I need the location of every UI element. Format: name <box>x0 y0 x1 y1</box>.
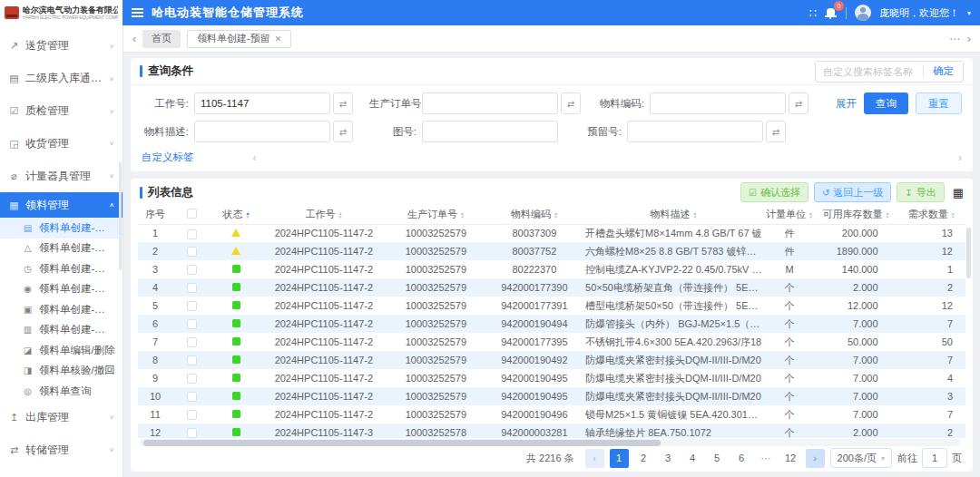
pagination-next-button[interactable]: › <box>806 449 825 468</box>
sidebar-item-outbound[interactable]: ↥出库管理∨ <box>0 402 122 434</box>
row-checkbox[interactable] <box>187 410 197 420</box>
pagination-page-6[interactable]: 6 <box>732 449 751 468</box>
sort-icon[interactable]: ▲▼ <box>808 211 813 219</box>
search-button[interactable]: 查询 <box>864 92 908 114</box>
column-header-status[interactable]: 状态▲▼ <box>211 206 261 224</box>
tabs-scroll-right-icon[interactable]: › <box>967 33 971 45</box>
sort-icon[interactable]: ▲▼ <box>245 211 250 219</box>
user-greeting[interactable]: 庞晓明，欢迎您！ <box>879 6 959 20</box>
table-row[interactable]: 52024HPC1105-1147-2100032525799420001773… <box>138 297 965 315</box>
material-desc-input[interactable] <box>194 121 330 142</box>
select-from-list-icon[interactable]: ⇄ <box>333 92 353 114</box>
sidebar-item-measuring-tools[interactable]: ⌀计量器具管理∨ <box>0 160 122 192</box>
row-checkbox[interactable] <box>187 265 197 275</box>
reserve-no-input[interactable] <box>627 121 763 142</box>
row-checkbox[interactable] <box>187 428 197 438</box>
table-row[interactable]: 32024HPC1105-1147-21000325257980222370控制… <box>138 260 965 278</box>
row-checkbox[interactable] <box>187 319 197 329</box>
row-checkbox[interactable] <box>187 392 197 402</box>
table-row[interactable]: 112024HPC1105-1147-210003252579942000190… <box>138 405 965 423</box>
sidebar-subitem-create-outsourced[interactable]: ▣领料单创建-委外组件 <box>0 299 122 320</box>
tabs-more-icon[interactable]: ⋯ <box>949 33 961 45</box>
sidebar-item-secondary-inbound-notice[interactable]: ▤二级库入库通知单∨ <box>0 62 122 94</box>
goto-page-input[interactable] <box>922 448 947 468</box>
table-row[interactable]: 92024HPC1105-1147-2100032525799420001904… <box>138 369 965 387</box>
row-checkbox[interactable] <box>187 337 197 347</box>
column-header-material_desc[interactable]: 物料描述▲▼ <box>583 206 765 224</box>
sidebar-subitem-edit-delete[interactable]: ◪领料单编辑/删除 <box>0 340 122 361</box>
column-header-work_no[interactable]: 工作号▲▼ <box>262 206 387 224</box>
sidebar-item-quality-check[interactable]: ☑质检管理∨ <box>0 94 122 127</box>
select-from-list-icon[interactable]: ⇄ <box>333 121 353 142</box>
reset-button[interactable]: 重置 <box>916 92 962 114</box>
table-row[interactable]: 62024HPC1105-1147-2100032525799420001904… <box>138 315 965 333</box>
column-header-order_no[interactable]: 生产订单号▲▼ <box>386 206 485 224</box>
row-checkbox[interactable] <box>187 283 197 293</box>
user-avatar[interactable] <box>855 5 871 21</box>
pagination-page-1[interactable]: 1 <box>610 449 629 468</box>
table-row[interactable]: 22024HPC1105-1147-21000325257980037752六角… <box>138 242 965 260</box>
pagination-page-3[interactable]: 3 <box>659 449 678 468</box>
sidebar-subitem-create-secondary-store[interactable]: ▥领料单创建-二级库 <box>0 320 122 341</box>
confirm-select-button[interactable]: ☑确认选择 <box>740 182 808 202</box>
row-checkbox[interactable] <box>187 374 197 384</box>
sidebar-item-stocktake[interactable]: ◔盘点管理∨ <box>0 467 122 477</box>
page-size-select[interactable]: 200条/页 ▾ <box>830 448 892 468</box>
pagination-page-4[interactable]: 4 <box>683 449 702 468</box>
sidebar-subitem-create-cost-center[interactable]: ◉领料单创建-成本中心 <box>0 279 122 300</box>
sidebar-subitem-verify-withdraw[interactable]: ◨领料单核验/撤回 <box>0 361 122 382</box>
pagination-page-2[interactable]: 2 <box>634 449 653 468</box>
table-row[interactable]: 102024HPC1105-1147-210003252579942000190… <box>138 387 965 405</box>
user-menu-caret-icon[interactable]: ▾ <box>967 9 971 17</box>
table-row[interactable]: 42024HPC1105-1147-2100032525799420001773… <box>138 278 965 297</box>
row-checkbox[interactable] <box>187 247 197 257</box>
column-header-demand_qty[interactable]: 需求数量▲▼ <box>898 206 965 224</box>
custom-tag-link[interactable]: 自定义标签 <box>142 151 194 164</box>
tab-home[interactable]: 首页 <box>142 30 181 48</box>
table-row[interactable]: 82024HPC1105-1147-2100032525799420001904… <box>138 351 965 369</box>
select-from-list-icon[interactable]: ⇄ <box>561 92 581 114</box>
sidebar-item-transfer[interactable]: ⇄转储管理∨ <box>0 434 122 467</box>
table-row[interactable]: 122024HPC1105-1147-310003252578942000003… <box>138 423 965 438</box>
expand-filters-button[interactable]: 展开 <box>836 97 857 111</box>
tags-scroll-left-icon[interactable]: ‹ <box>253 151 257 164</box>
select-all-checkbox[interactable] <box>187 209 197 219</box>
table-row[interactable]: 72024HPC1105-1147-2100032525799420001773… <box>138 333 965 351</box>
sidebar-collapse-icon[interactable] <box>132 8 143 17</box>
sidebar-item-material-request[interactable]: ▦领料管理∧ <box>0 192 122 218</box>
material-code-input[interactable] <box>650 92 786 114</box>
sidebar-subitem-create-reserve[interactable]: ▤领料单创建-预留 <box>0 218 122 238</box>
custom-tag-search-input[interactable] <box>816 66 923 77</box>
sort-icon[interactable]: ▲▼ <box>554 211 558 219</box>
fullscreen-icon[interactable]: ∷ <box>809 7 817 19</box>
column-header-material_code[interactable]: 物料编码▲▼ <box>486 206 583 224</box>
sidebar-item-receiving[interactable]: ◲收货管理∨ <box>0 127 122 160</box>
row-checkbox[interactable] <box>187 355 197 365</box>
sort-icon[interactable]: ▲▼ <box>885 211 889 219</box>
notification-bell-icon[interactable]: 0 <box>825 6 838 19</box>
sort-icon[interactable]: ▲▼ <box>338 211 342 219</box>
sort-icon[interactable]: ▲▼ <box>951 211 956 219</box>
select-from-list-icon[interactable]: ⇄ <box>789 92 808 114</box>
column-settings-icon[interactable]: ▦ <box>953 186 964 200</box>
sort-icon[interactable]: ▲▼ <box>693 211 698 219</box>
pagination-prev-button[interactable]: ‹ <box>585 449 604 468</box>
production-order-no-input[interactable] <box>422 92 558 114</box>
pagination-page-5[interactable]: 5 <box>708 449 727 468</box>
column-header-available_qty[interactable]: 可用库存数量▲▼ <box>814 206 897 224</box>
sidebar-subitem-query[interactable]: ◎领料单查询 <box>0 381 122 402</box>
pagination-page-12[interactable]: 12 <box>781 449 800 468</box>
sidebar-item-delivery[interactable]: ↗送货管理∨ <box>0 29 122 62</box>
work-no-input[interactable] <box>194 92 330 114</box>
horizontal-scrollbar-thumb[interactable] <box>143 440 661 446</box>
sidebar-subitem-create-special-project[interactable]: ◷领料单创建-特殊项目 <box>0 258 122 279</box>
sidebar-subitem-create-urgent[interactable]: △领料单创建-紧急 <box>0 238 122 259</box>
back-up-level-button[interactable]: ↺返回上一级 <box>814 182 891 202</box>
tag-search-confirm-button[interactable]: 确定 <box>924 64 963 78</box>
tabs-scroll-left-icon[interactable]: ‹ <box>132 33 136 45</box>
vertical-scrollbar[interactable] <box>966 228 971 278</box>
tags-scroll-right-icon[interactable]: › <box>958 151 962 164</box>
export-button[interactable]: ↧导出 <box>897 182 944 202</box>
row-checkbox[interactable] <box>187 301 197 311</box>
column-header-unit[interactable]: 计量单位▲▼ <box>765 206 814 224</box>
